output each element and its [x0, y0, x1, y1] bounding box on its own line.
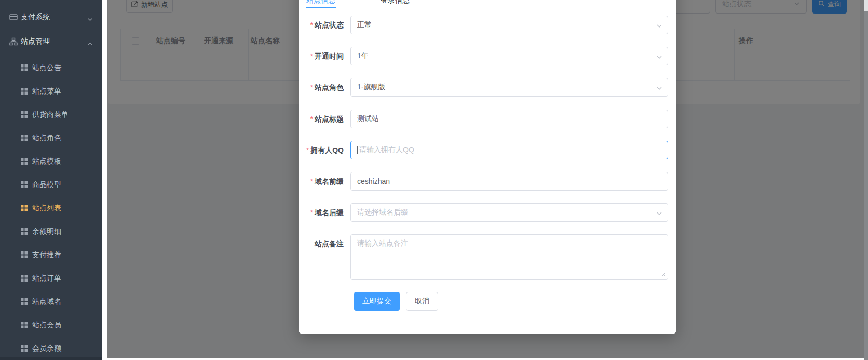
chevron-down-icon — [656, 54, 662, 62]
sidebar-item[interactable]: 余额明细 — [0, 219, 102, 243]
open-duration-label: *开通时间 — [299, 47, 344, 65]
site-remark-label: 站点备注 — [299, 238, 344, 257]
sidebar-item-label: 供货商菜单 — [32, 110, 69, 119]
sidebar-item[interactable]: 站点模板 — [0, 149, 102, 172]
tab-login-info[interactable]: 登录信息 — [381, 0, 410, 5]
sidebar-item-label: 支付推荐 — [32, 250, 61, 260]
sidebar-item[interactable]: 站点会员 — [0, 313, 102, 336]
sidebar-item-label: 站点菜单 — [32, 87, 61, 96]
sidebar-item-label: 站点公告 — [32, 63, 61, 73]
site-status-select[interactable]: 正常 — [350, 16, 668, 34]
chevron-down-icon — [656, 210, 662, 218]
sidebar-item-label: 站点列表 — [32, 204, 61, 213]
sidebar: 支付系统 站点管理 站点公告站点菜单供货商菜单站点角色站点模板商品模型站点列表余… — [0, 0, 102, 360]
sidebar-item-label: 会员余额 — [32, 344, 61, 353]
domain-prefix-input[interactable]: ceshizhan — [350, 172, 668, 191]
chevron-down-icon — [656, 22, 662, 31]
sidebar-item-label: 商品模型 — [32, 180, 61, 190]
grid-icon — [21, 274, 28, 284]
scrollbar-thumb[interactable] — [864, 0, 868, 11]
sidebar-item-label: 站点模板 — [32, 157, 61, 166]
open-duration-select[interactable]: 1年 — [350, 47, 668, 65]
sidebar-item[interactable]: 供货商菜单 — [0, 102, 102, 126]
sidebar-item[interactable]: 站点菜单 — [0, 79, 102, 102]
required-asterisk: * — [310, 208, 313, 217]
sidebar-item[interactable]: 站点列表 — [0, 196, 102, 219]
chevron-up-icon — [87, 39, 93, 49]
text-caret — [357, 146, 358, 154]
required-asterisk: * — [310, 83, 313, 91]
required-asterisk: * — [310, 115, 313, 123]
bank-card-icon — [9, 13, 18, 23]
grid-icon — [21, 157, 28, 167]
grid-icon — [21, 87, 28, 97]
sidebar-item[interactable]: 站点公告 — [0, 56, 102, 79]
grid-icon — [21, 321, 28, 330]
app-window: 新增站点 站点状态 查询 — [0, 0, 868, 360]
cancel-button[interactable]: 取消 — [406, 292, 438, 311]
domain-prefix-label: *域名前缀 — [299, 172, 344, 191]
sidebar-item-label: 站点会员 — [32, 321, 61, 330]
owner-qq-label: *拥有人QQ — [299, 141, 344, 159]
sitemap-icon — [9, 37, 18, 48]
sidebar-item[interactable]: 站点角色 — [0, 126, 102, 149]
required-asterisk: * — [310, 21, 313, 29]
grid-icon — [21, 204, 28, 214]
grid-icon — [21, 251, 28, 260]
sidebar-item[interactable]: 商品模型 — [0, 172, 102, 196]
sidebar-item-label: 站点订单 — [32, 274, 61, 283]
sidebar-group-site-management[interactable]: 站点管理 — [0, 30, 102, 54]
sidebar-item[interactable]: 站点域名 — [0, 289, 102, 313]
owner-qq-input[interactable]: 请输入拥有人QQ — [350, 141, 668, 159]
submit-button[interactable]: 立即提交 — [354, 292, 400, 311]
sidebar-bottom-strip — [0, 357, 102, 360]
site-role-label: *站点角色 — [299, 78, 344, 97]
required-asterisk: * — [310, 52, 313, 60]
sidebar-group-label: 站点管理 — [21, 37, 50, 46]
grid-icon — [21, 64, 28, 73]
site-remark-textarea[interactable]: 请输入站点备注 — [350, 234, 668, 280]
grid-icon — [21, 134, 28, 143]
chevron-down-icon — [87, 15, 93, 24]
chevron-down-icon — [656, 85, 662, 93]
tab-bottom-border — [305, 8, 670, 8]
site-role-select[interactable]: 1-旗舰版 — [350, 78, 668, 97]
site-title-label: *站点标题 — [299, 110, 344, 128]
resize-handle-icon[interactable] — [661, 270, 667, 278]
grid-icon — [21, 111, 28, 120]
grid-icon — [21, 228, 28, 237]
site-status-label: *站点状态 — [299, 16, 344, 34]
domain-suffix-select[interactable]: 请选择域名后缀 — [350, 203, 668, 222]
grid-icon — [21, 181, 28, 190]
sidebar-group-payment-system[interactable]: 支付系统 — [0, 5, 102, 29]
required-asterisk: * — [306, 146, 309, 154]
grid-icon — [21, 344, 28, 354]
sidebar-item[interactable]: 支付推荐 — [0, 243, 102, 266]
site-title-input[interactable]: 测试站 — [350, 110, 668, 128]
site-form-modal: 站点信息 登录信息 *站点状态 正常 *开通时间 1年 *站点角色 1-旗舰版 — [299, 0, 676, 334]
vertical-scrollbar[interactable] — [864, 0, 868, 360]
sidebar-submenu: 站点公告站点菜单供货商菜单站点角色站点模板商品模型站点列表余额明细支付推荐站点订… — [0, 56, 102, 359]
sidebar-group-label: 支付系统 — [21, 12, 50, 22]
domain-suffix-label: *域名后缀 — [299, 203, 344, 222]
required-asterisk: * — [310, 177, 313, 185]
sidebar-item-label: 余额明细 — [32, 227, 61, 236]
sidebar-item[interactable]: 站点订单 — [0, 266, 102, 289]
sidebar-item-label: 站点域名 — [32, 297, 61, 306]
grid-icon — [21, 298, 28, 307]
sidebar-item-label: 站点角色 — [32, 134, 61, 143]
tab-site-info[interactable]: 站点信息 — [306, 0, 335, 5]
sidebar-item[interactable]: 会员余额 — [0, 336, 102, 359]
